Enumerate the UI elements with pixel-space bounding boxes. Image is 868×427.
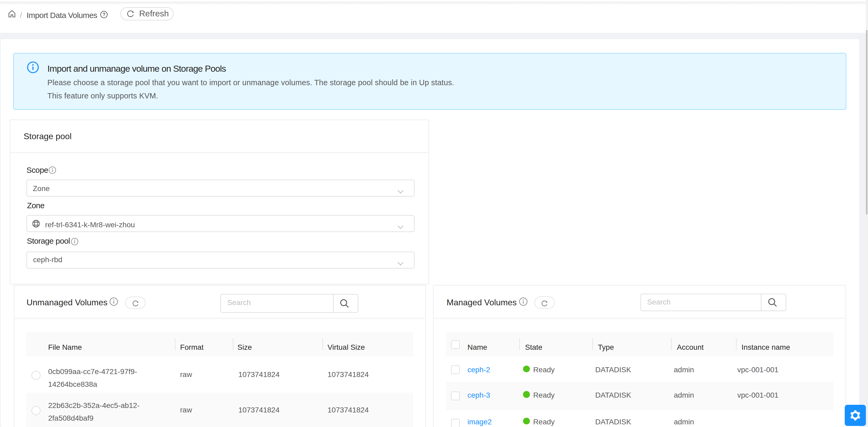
svg-text:?: ? (102, 12, 105, 17)
